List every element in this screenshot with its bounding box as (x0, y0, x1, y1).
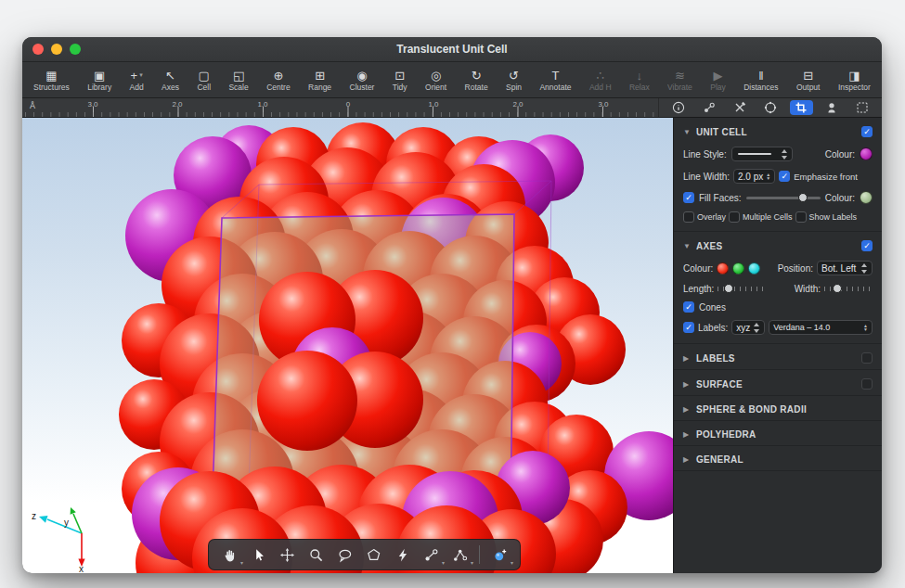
zoom-window-button[interactable] (70, 44, 81, 55)
red-atom[interactable] (257, 351, 357, 451)
traffic-lights (32, 44, 81, 55)
axes-orientation-widget: z y x (24, 500, 126, 573)
unit-cell-enabled-checkbox[interactable] (861, 126, 873, 137)
add-icon: + (131, 69, 138, 83)
emphasize-front-checkbox[interactable] (779, 171, 790, 182)
toolbar-annotate[interactable]: TAnnotate (539, 68, 571, 92)
axes-length-slider[interactable] (718, 283, 766, 294)
toolbar-library[interactable]: ▣Library (87, 68, 111, 92)
translate-tool[interactable] (274, 543, 300, 567)
chevron-down-icon: ▾ (471, 559, 473, 566)
hand-icon (222, 547, 238, 563)
disclosure-triangle-icon[interactable]: ▶ (683, 354, 692, 363)
z-axis-colour-swatch[interactable] (748, 262, 760, 275)
toolbar-distances[interactable]: ‖Distances (743, 68, 778, 92)
disclosure-triangle-icon[interactable]: ▶ (683, 380, 692, 389)
pan-hand-tool[interactable]: ▾ (216, 543, 242, 567)
toolbar-output[interactable]: ⊟Output (796, 68, 821, 92)
popup-chevrons-icon (754, 323, 760, 333)
axes-section: ▼ AXES Colour: Position: Bot. Left Lengt… (674, 232, 882, 344)
disclosure-triangle-icon[interactable]: ▼ (683, 242, 692, 250)
disclosure-triangle-icon[interactable]: ▶ (683, 430, 692, 439)
disclosure-triangle-icon[interactable]: ▶ (683, 455, 692, 464)
close-button[interactable] (32, 44, 44, 55)
axes-position-popup[interactable]: Bot. Left (817, 261, 873, 275)
lasso-ellipse-tool[interactable] (331, 543, 357, 567)
toolbar-centre[interactable]: ⊕Centre (266, 68, 291, 92)
zoom-tool[interactable] (303, 543, 329, 567)
stepper-icon[interactable]: ▲▼ (863, 324, 868, 332)
axes-enabled-checkbox[interactable] (861, 240, 873, 251)
minimize-button[interactable] (51, 44, 62, 55)
bond-chain-tool[interactable]: ▾ (446, 543, 472, 567)
canvas-tool-palette: ▾ ▾ ▾ ▾ (208, 539, 521, 570)
toolbar-tidy[interactable]: ⊡Tidy (393, 68, 407, 92)
unit-cell-crop-button[interactable] (790, 100, 813, 115)
info-button[interactable] (666, 100, 690, 115)
app-window: Translucent Unit Cell ▦Structures ▣Libra… (22, 37, 882, 573)
toolbar-cell[interactable]: ▢Cell (197, 68, 211, 92)
stamp-button[interactable] (821, 100, 844, 115)
show-labels-label: Show Labels (809, 212, 858, 222)
axes-colour-label: Colour: (683, 263, 713, 274)
line-width-field[interactable]: 2.0 px▲▼ (733, 169, 775, 184)
axes-width-slider[interactable] (824, 283, 873, 294)
orbit-button[interactable] (758, 100, 782, 115)
marquee-button[interactable] (851, 100, 874, 115)
toolbar-axes[interactable]: ↖Axes (162, 68, 179, 92)
add-h-icon: ∴ (597, 69, 604, 83)
select-arrow-tool[interactable] (245, 543, 271, 567)
bond-tool[interactable]: ▾ (418, 543, 444, 567)
labels-enabled-checkbox[interactable] (861, 352, 873, 364)
toolbar-rotate[interactable]: ↻Rotate (465, 68, 488, 92)
toolbar-orient[interactable]: ◎Orient (425, 68, 446, 92)
section-title: SURFACE (696, 379, 743, 390)
lightning-icon (394, 547, 410, 563)
toolbar-cluster[interactable]: ◉Cluster (350, 68, 375, 92)
toolbar-add[interactable]: +▾Add (130, 68, 144, 92)
relax-icon: ↓ (637, 69, 643, 83)
fill-faces-opacity-slider[interactable] (746, 192, 821, 203)
tidy-icon: ⊡ (394, 69, 405, 83)
disclosure-triangle-icon[interactable]: ▼ (683, 128, 692, 136)
bonds-button[interactable] (697, 100, 720, 115)
z-axis-arrow (39, 516, 48, 523)
stepper-icon[interactable]: ▲▼ (766, 173, 770, 181)
x-axis-colour-swatch[interactable] (717, 262, 729, 275)
axes-labels-popup[interactable]: xyz (731, 320, 765, 335)
molecule-bonds-icon (703, 101, 716, 114)
toolbar-add-h: ∴Add H (589, 68, 612, 92)
line-colour-swatch[interactable] (860, 147, 873, 160)
fill-faces-label: Fill Faces: (699, 193, 742, 203)
axes-font-field[interactable]: Verdana – 14.0▲▼ (769, 320, 873, 335)
toolbar-range[interactable]: ⊞Range (308, 68, 331, 92)
toolbar-structures[interactable]: ▦Structures (33, 68, 70, 92)
line-style-popup[interactable] (731, 147, 793, 161)
fill-faces-checkbox[interactable] (683, 192, 694, 203)
toolbar-inspector[interactable]: ◨Inspector (838, 68, 871, 92)
toolbar-scale[interactable]: ◱Scale (228, 68, 248, 92)
y-axis-label: y (64, 518, 69, 528)
toolbar-spin[interactable]: ↺Spin (506, 68, 522, 92)
axes-labels-checkbox[interactable] (683, 322, 694, 333)
build-tools-button[interactable] (728, 100, 751, 115)
multiple-cells-checkbox[interactable] (729, 211, 740, 223)
ruler-tick-label: 2.0 (512, 100, 523, 109)
y-axis-colour-swatch[interactable] (732, 262, 744, 275)
cones-checkbox[interactable] (683, 301, 694, 313)
show-labels-checkbox[interactable] (795, 211, 807, 223)
fill-colour-swatch[interactable] (860, 191, 873, 204)
section-title: SPHERE & BOND RADII (696, 404, 807, 415)
structure-viewport[interactable]: z y x ▾ ▾ ▾ ▾ (22, 118, 673, 573)
unit-cell-section: ▼ UNIT CELL Line Style: Colour: Line Wid… (674, 118, 882, 232)
lasso-polygon-tool[interactable] (360, 543, 386, 567)
emphasize-front-label: Emphasize front (794, 172, 858, 182)
x-axis-label: x (79, 564, 84, 573)
popup-chevrons-icon (861, 263, 868, 274)
magic-wand-tool[interactable] (389, 543, 415, 567)
overlay-checkbox[interactable] (683, 211, 694, 223)
orbit-rotate-icon (764, 101, 777, 114)
add-atom-tool[interactable]: ▾ (486, 543, 512, 567)
disclosure-triangle-icon[interactable]: ▶ (683, 405, 692, 414)
surface-enabled-checkbox[interactable] (861, 378, 873, 390)
